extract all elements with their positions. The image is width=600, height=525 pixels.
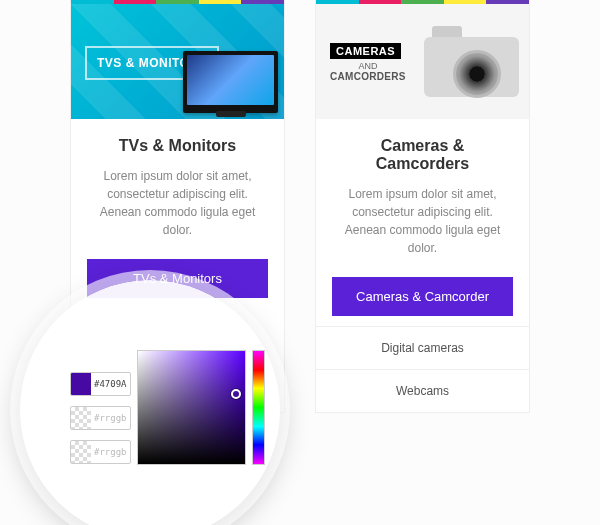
hex-input-primary[interactable]	[91, 379, 130, 389]
hero-label-mid: AND	[330, 61, 406, 71]
card-description: Lorem ipsum dolor sit amet, consectetur …	[87, 167, 268, 239]
category-button-tvs[interactable]: TVs & Monitors	[87, 259, 268, 298]
saturation-value-panel[interactable]	[137, 350, 245, 465]
swatch-empty-icon	[71, 441, 91, 463]
hex-input-tertiary[interactable]	[91, 447, 130, 457]
link-webcams[interactable]: Webcams	[316, 370, 529, 412]
category-card-cameras: CAMERAS AND CAMCORDERS Cameras & Camcord…	[315, 0, 530, 413]
card-title: TVs & Monitors	[87, 137, 268, 155]
hero-image-tv: TVS & MONITORS	[71, 4, 284, 119]
color-input-tertiary[interactable]	[70, 440, 131, 464]
card-title: Cameras & Camcorders	[332, 137, 513, 173]
sub-links: Digital cameras Webcams	[316, 326, 529, 412]
tv-illustration	[183, 51, 278, 113]
swatch-icon	[71, 373, 91, 395]
hue-slider[interactable]	[252, 350, 265, 465]
link-digital-cameras[interactable]: Digital cameras	[316, 327, 529, 370]
color-input-secondary[interactable]	[70, 406, 131, 430]
color-picker	[70, 350, 265, 485]
sv-cursor-icon	[231, 389, 241, 399]
hero-label-bot: CAMCORDERS	[330, 71, 406, 82]
hero-image-camera: CAMERAS AND CAMCORDERS	[316, 4, 529, 119]
color-input-primary[interactable]	[70, 372, 131, 396]
hex-input-secondary[interactable]	[91, 413, 130, 423]
swatch-empty-icon	[71, 407, 91, 429]
category-button-cameras[interactable]: Cameras & Camcorder	[332, 277, 513, 316]
hero-label-top: CAMERAS	[330, 43, 401, 59]
card-description: Lorem ipsum dolor sit amet, consectetur …	[332, 185, 513, 257]
camera-illustration	[424, 22, 519, 97]
